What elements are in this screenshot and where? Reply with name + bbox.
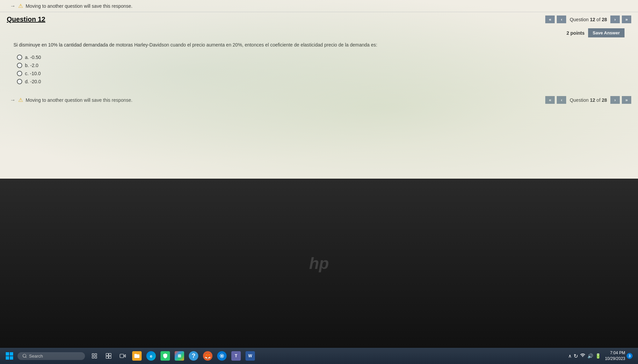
save-answer-button[interactable]: Save Answer — [588, 28, 625, 37]
help-icon: ? — [189, 351, 198, 361]
windows-tile-4 — [10, 356, 13, 360]
points-label: 2 points — [567, 30, 585, 36]
wifi-svg — [580, 353, 585, 358]
system-clock[interactable]: 7:04 PM 10/29/2023 — [605, 350, 625, 362]
help-button[interactable]: ? — [187, 349, 200, 363]
top-warning-icon: ⚠ — [18, 3, 23, 9]
tray-battery-icon[interactable]: 🔋 — [595, 353, 601, 359]
widgets-icon — [106, 353, 112, 359]
svg-rect-5 — [95, 357, 97, 358]
quiz-page: → ⚠ Moving to another question will save… — [0, 0, 638, 179]
top-warning-text: Moving to another question will save thi… — [26, 3, 133, 9]
bottom-warning-icon: ⚠ — [18, 97, 23, 103]
top-warning-bar: → ⚠ Moving to another question will save… — [0, 0, 638, 12]
option-b-label[interactable]: b. -2.0 — [25, 63, 38, 68]
taskbar-app-icons: e ⊞ ? 🦊 — [88, 349, 257, 363]
nav-first-button[interactable]: « — [545, 16, 555, 23]
option-c-label[interactable]: c. -10.0 — [25, 71, 41, 76]
store-button[interactable]: ⊞ — [173, 349, 186, 363]
task-view-button[interactable] — [88, 349, 101, 363]
camera-icon — [120, 353, 126, 359]
word-button[interactable]: W — [243, 349, 257, 363]
tray-wifi-icon[interactable] — [580, 353, 585, 359]
start-button[interactable] — [3, 349, 16, 363]
search-bar[interactable]: Search — [18, 352, 85, 360]
question-num-label: Question 12 of 28 — [570, 17, 607, 22]
svg-point-0 — [23, 354, 26, 357]
svg-line-1 — [26, 357, 27, 358]
teams-button[interactable]: T — [229, 349, 243, 363]
task-view-icon — [91, 353, 97, 359]
radio-b[interactable] — [17, 63, 22, 68]
question-title: Question 12 — [7, 16, 45, 23]
camera-button[interactable] — [116, 349, 129, 363]
bottom-nav-next-button[interactable]: › — [610, 96, 620, 104]
cortana-button[interactable] — [215, 349, 229, 363]
shield-icon — [161, 351, 170, 361]
bottom-nav-first-button[interactable]: « — [545, 96, 555, 104]
nav-next-button[interactable]: › — [610, 16, 620, 23]
cortana-icon — [217, 351, 227, 361]
option-d[interactable]: d. -20.0 — [17, 79, 625, 84]
notification-badge[interactable]: 3 — [627, 353, 633, 359]
tray-icons: ∧ ↻ 🔊 🔋 — [568, 353, 601, 359]
bottom-nav-prev-button[interactable]: ‹ — [557, 96, 566, 104]
radio-d[interactable] — [17, 79, 22, 84]
file-explorer-button[interactable] — [130, 349, 144, 363]
answer-options: a. -0.50 b. -2.0 c. -10.0 d. -20.0 — [17, 55, 625, 84]
radio-a[interactable] — [17, 55, 22, 60]
bottom-warning-text: Moving to another question will save thi… — [26, 97, 133, 103]
folder-icon — [134, 353, 140, 359]
system-tray: ∧ ↻ 🔊 🔋 7:04 PM 10/29/2023 3 — [568, 350, 635, 362]
question-text: Si disminuye en 10% la cantidad demandad… — [13, 41, 625, 49]
background-decoration — [0, 0, 638, 179]
question-body: 2 points Save Answer Si disminuye en 10%… — [0, 28, 638, 84]
top-nav-controls: « ‹ Question 12 of 28 › » — [545, 16, 631, 23]
word-icon: W — [245, 351, 255, 361]
search-icon — [22, 354, 27, 358]
search-label: Search — [29, 354, 43, 359]
edge-button[interactable]: e — [144, 349, 158, 363]
option-a-label[interactable]: a. -0.50 — [25, 55, 41, 60]
svg-rect-2 — [92, 354, 94, 355]
clock-time: 7:04 PM — [605, 350, 625, 356]
tray-expand-button[interactable]: ∧ — [568, 353, 572, 359]
file-explorer-icon — [132, 351, 142, 361]
firefox-button[interactable]: 🦊 — [201, 349, 214, 363]
widgets-button[interactable] — [102, 349, 115, 363]
svg-point-12 — [221, 355, 223, 357]
svg-rect-7 — [109, 354, 111, 356]
question-header: Question 12 « ‹ Question 12 of 28 › » — [0, 16, 638, 23]
teams-icon: T — [231, 351, 241, 361]
bottom-nav-controls: « ‹ Question 12 of 28 › » — [545, 96, 631, 104]
hp-logo-area: hp — [0, 179, 638, 348]
points-save-row: 2 points Save Answer — [13, 28, 625, 37]
option-d-label[interactable]: d. -20.0 — [25, 79, 41, 84]
bottom-nav-last-button[interactable]: » — [622, 96, 631, 104]
tray-sync-icon[interactable]: ↻ — [574, 353, 578, 359]
radio-c[interactable] — [17, 71, 22, 76]
antivirus-button[interactable] — [158, 349, 172, 363]
svg-rect-9 — [109, 356, 111, 359]
store-icon: ⊞ — [175, 351, 184, 361]
bottom-arrow-icon: → — [10, 97, 16, 103]
nav-last-button[interactable]: » — [622, 16, 631, 23]
cortana-svg — [219, 353, 225, 359]
shield-svg — [163, 353, 168, 359]
svg-rect-4 — [92, 357, 94, 358]
windows-tile-3 — [6, 356, 9, 360]
option-c[interactable]: c. -10.0 — [17, 71, 625, 76]
windows-tile-1 — [6, 352, 9, 356]
option-a[interactable]: a. -0.50 — [17, 55, 625, 60]
firefox-icon: 🦊 — [203, 351, 212, 361]
bottom-question-num-label: Question 12 of 28 — [570, 97, 607, 103]
tray-volume-icon[interactable]: 🔊 — [587, 353, 593, 359]
svg-rect-8 — [106, 356, 109, 359]
nav-prev-button[interactable]: ‹ — [557, 16, 566, 23]
windows-logo — [6, 352, 13, 360]
taskbar: Search — [0, 348, 638, 364]
bottom-warning-bar: → ⚠ Moving to another question will save… — [10, 97, 133, 103]
bottom-warning-area: → ⚠ Moving to another question will save… — [0, 91, 638, 107]
clock-date: 10/29/2023 — [605, 356, 625, 362]
option-b[interactable]: b. -2.0 — [17, 63, 625, 68]
